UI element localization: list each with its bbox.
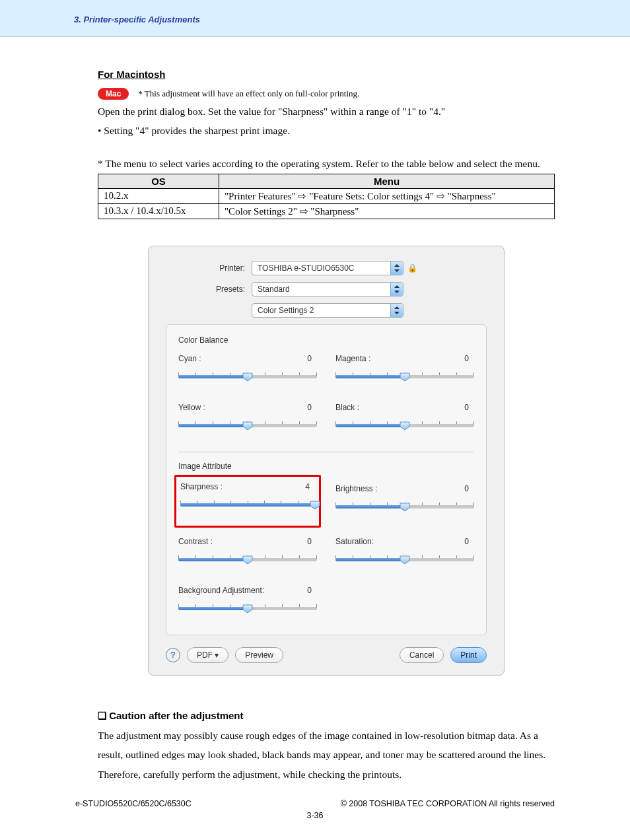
caution-heading: ❑ Caution after the adjustment: [98, 710, 555, 722]
stepper-icon: [390, 262, 403, 275]
slider-value: 0: [307, 537, 312, 546]
presets-label: Presets:: [166, 285, 252, 294]
slider-track[interactable]: [178, 555, 317, 573]
table-header-row: OS Menu: [98, 174, 555, 188]
slider-thumb-icon[interactable]: [242, 604, 253, 613]
lock-icon: 🔒: [407, 263, 417, 273]
pane-select-value: Color Settings 2: [252, 306, 390, 315]
table-note: * The menu to select varies according to…: [98, 158, 555, 170]
slider-thumb-icon[interactable]: [242, 372, 253, 382]
slider-value: 0: [464, 537, 469, 546]
slider-saturation[interactable]: Saturation:0: [335, 536, 474, 579]
slider-value: 0: [307, 586, 312, 595]
table-row: 10.3.x / 10.4.x/10.5x "Color Settings 2"…: [98, 203, 555, 219]
mac-note: * This adjustment will have an effect on…: [138, 88, 359, 99]
slider-label: Contrast :: [178, 537, 213, 546]
cell-os: 10.2.x: [98, 188, 219, 203]
mac-badge: Mac: [98, 88, 129, 100]
pdf-button[interactable]: PDF ▾: [187, 647, 228, 663]
slider-contrast[interactable]: Contrast :0: [178, 536, 317, 579]
slider-value: 0: [464, 403, 469, 412]
slider-value: 0: [464, 354, 469, 363]
slider-label: Magenta :: [335, 354, 370, 363]
slider-label: Cyan :: [178, 354, 201, 363]
divider: [178, 452, 474, 452]
slider-thumb-icon[interactable]: [242, 421, 253, 431]
slider-sharpness[interactable]: Sharpness :4: [180, 481, 315, 524]
th-menu: Menu: [219, 174, 555, 188]
os-menu-table: OS Menu 10.2.x "Printer Features" ⇨ "Fea…: [98, 174, 555, 219]
page-number: 3-36: [75, 811, 555, 820]
stepper-icon: [390, 283, 403, 296]
slider-magenta[interactable]: Magenta :0: [335, 353, 474, 396]
slider-track[interactable]: [178, 372, 317, 390]
slider-yellow[interactable]: Yellow :0: [178, 402, 317, 445]
slider-thumb-icon[interactable]: [242, 555, 253, 565]
instruction-bullet: • Setting "4" provides the sharpest prin…: [98, 125, 555, 137]
section-color-balance: Color Balance: [178, 335, 474, 345]
instruction-paragraph: Open the print dialog box. Set the value…: [98, 102, 555, 121]
slider-track[interactable]: [335, 503, 474, 520]
presets-select[interactable]: Standard: [252, 282, 403, 297]
slider-value: 0: [307, 354, 312, 363]
printer-select-value: TOSHIBA e-STUDIO6530C: [252, 263, 390, 273]
slider-thumb-icon[interactable]: [310, 501, 320, 510]
slider-brightness[interactable]: Brightness :0: [335, 483, 474, 530]
stepper-icon: [390, 304, 403, 317]
slider-label: Brightness :: [335, 484, 377, 493]
slider-black[interactable]: Black :0: [335, 402, 474, 445]
mac-heading: For Macintosh: [98, 69, 555, 80]
slider-bgadjust[interactable]: Background Adjustment:0: [178, 584, 317, 628]
slider-track[interactable]: [178, 604, 317, 621]
printer-label: Printer:: [166, 263, 252, 273]
footer-copyright: © 2008 TOSHIBA TEC CORPORATION All right…: [341, 799, 555, 808]
presets-select-value: Standard: [252, 285, 390, 294]
slider-label: Yellow :: [178, 403, 205, 412]
slider-track[interactable]: [335, 555, 474, 573]
slider-thumb-icon[interactable]: [400, 421, 410, 431]
slider-label: Saturation:: [335, 537, 374, 546]
slider-thumb-icon[interactable]: [400, 372, 410, 382]
printer-select[interactable]: TOSHIBA e-STUDIO6530C: [252, 261, 403, 275]
slider-track[interactable]: [335, 372, 474, 390]
section-image-attribute: Image Attribute: [178, 462, 474, 471]
slider-thumb-icon[interactable]: [400, 555, 410, 565]
print-button[interactable]: Print: [450, 647, 487, 663]
help-button[interactable]: ?: [166, 648, 180, 662]
slider-track[interactable]: [335, 421, 474, 438]
slider-track[interactable]: [178, 421, 317, 438]
slider-cyan[interactable]: Cyan :0: [178, 353, 317, 396]
cell-menu: "Color Settings 2" ⇨ "Sharpness": [219, 203, 555, 219]
sharpness-highlight: Sharpness :4: [174, 475, 321, 528]
slider-thumb-icon[interactable]: [400, 503, 410, 512]
page-footer: e-STUDIO5520C/6520C/6530C © 2008 TOSHIBA…: [75, 799, 555, 820]
slider-value: 0: [464, 484, 469, 493]
th-os: OS: [98, 174, 219, 188]
footer-model: e-STUDIO5520C/6520C/6530C: [75, 799, 192, 808]
slider-track[interactable]: [180, 501, 315, 518]
table-row: 10.2.x "Printer Features" ⇨ "Feature Set…: [98, 188, 555, 203]
settings-panel: Color Balance Cyan :0 Magenta :0 Yellow …: [166, 324, 487, 635]
slider-value: 0: [307, 403, 312, 412]
cell-menu: "Printer Features" ⇨ "Feature Sets: Colo…: [219, 188, 555, 203]
cancel-button[interactable]: Cancel: [400, 647, 444, 663]
print-dialog: Printer: TOSHIBA e-STUDIO6530C 🔒 Presets…: [148, 246, 505, 676]
caution-heading-text: Caution after the adjustment: [109, 710, 243, 721]
caution-body: The adjustment may possibly cause rough …: [98, 726, 555, 784]
chapter-title: 3. Printer-specific Adjustments: [74, 15, 630, 24]
slider-value: 4: [305, 482, 310, 491]
pane-select[interactable]: Color Settings 2: [252, 303, 403, 318]
cell-os: 10.3.x / 10.4.x/10.5x: [98, 203, 219, 219]
preview-button[interactable]: Preview: [235, 647, 283, 663]
slider-label: Sharpness :: [180, 482, 223, 491]
slider-label: Background Adjustment:: [178, 586, 264, 595]
slider-label: Black :: [335, 403, 359, 412]
